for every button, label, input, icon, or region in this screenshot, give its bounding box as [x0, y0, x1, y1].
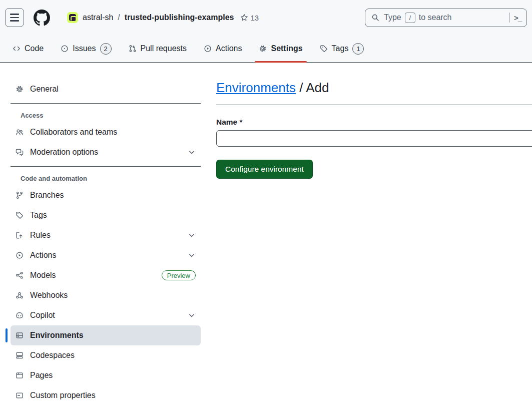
- org-link[interactable]: astral-sh: [83, 13, 113, 22]
- search-divider: [509, 13, 510, 23]
- command-palette-icon[interactable]: >_: [514, 14, 521, 22]
- sidebar-item-moderation-options[interactable]: Moderation options: [11, 142, 201, 162]
- tab-issues[interactable]: Issues 2: [56, 35, 116, 62]
- tab-settings[interactable]: Settings: [254, 35, 307, 62]
- tab-pull-requests[interactable]: Pull requests: [124, 35, 192, 62]
- browser-icon: [16, 371, 24, 379]
- star-count: 13: [251, 14, 259, 22]
- page-title: Environments / Add: [216, 79, 532, 96]
- play-circle-icon: [204, 45, 212, 53]
- sidebar-section-title-code-and-automation: Code and automation: [21, 175, 201, 182]
- tab-code[interactable]: Code: [8, 35, 49, 62]
- breadcrumb-separator: /: [118, 13, 120, 22]
- heading-current: Add: [306, 80, 329, 95]
- chevron-down-icon: [188, 148, 196, 156]
- sidebar-item-collaborators-and-teams[interactable]: Collaborators and teams: [11, 122, 201, 142]
- heading-separator: /: [296, 80, 306, 95]
- sidebar-item-custom-properties[interactable]: Custom properties: [11, 385, 201, 405]
- copilot-icon: [16, 311, 24, 319]
- git-pull-request-icon: [129, 45, 137, 53]
- tags-count-badge: 1: [352, 43, 364, 55]
- search-placeholder: Type / to search: [384, 13, 452, 23]
- comment-discussion-icon: [16, 148, 24, 156]
- git-branch-icon: [16, 191, 24, 199]
- code-icon: [13, 45, 21, 53]
- sidebar-item-actions[interactable]: Actions: [11, 245, 201, 265]
- sidebar-item-models[interactable]: Models Preview: [11, 265, 201, 285]
- subhead-divider: [216, 105, 532, 105]
- sidebar-item-webhooks[interactable]: Webhooks: [11, 285, 201, 305]
- note-icon: [16, 391, 24, 399]
- tag-icon: [16, 211, 24, 219]
- sidebar-item-tags[interactable]: Tags: [11, 205, 201, 225]
- chevron-down-icon: [188, 311, 196, 319]
- play-circle-icon: [16, 251, 24, 259]
- sidebar-item-copilot[interactable]: Copilot: [11, 305, 201, 325]
- required-marker: *: [237, 118, 242, 126]
- repo-nav: Code Issues 2 Pull requests Actions Sett…: [0, 35, 532, 63]
- rules-icon: [16, 231, 24, 239]
- org-avatar[interactable]: [67, 12, 78, 23]
- search-input[interactable]: Type / to search >_: [365, 9, 527, 27]
- environments-icon: [16, 331, 24, 339]
- preview-badge: Preview: [162, 270, 196, 280]
- repo-link[interactable]: trusted-publishing-examples: [125, 13, 234, 22]
- sidebar-item-branches[interactable]: Branches: [11, 185, 201, 205]
- sidebar-item-environments[interactable]: Environments: [11, 325, 201, 345]
- breadcrumb: astral-sh / trusted-publishing-examples …: [67, 12, 259, 23]
- environments-breadcrumb-link[interactable]: Environments: [216, 80, 296, 95]
- star-count-group: 13: [240, 14, 259, 22]
- tab-tags[interactable]: Tags 1: [315, 35, 369, 62]
- app-header: astral-sh / trusted-publishing-examples …: [0, 0, 532, 35]
- sidebar-item-general[interactable]: General: [11, 79, 201, 99]
- environments-add-panel: Environments / Add Name * Configure envi…: [216, 79, 532, 405]
- settings-sidebar: General Access Collaborators and teams M…: [11, 79, 201, 405]
- codespaces-icon: [16, 351, 24, 359]
- search-icon: [371, 14, 379, 22]
- configure-environment-button[interactable]: Configure environment: [216, 160, 313, 179]
- global-menu-button[interactable]: [5, 8, 24, 27]
- slash-key-hint: /: [405, 13, 415, 23]
- issue-opened-icon: [61, 45, 69, 53]
- issues-count-badge: 2: [100, 43, 112, 55]
- tag-icon: [320, 45, 328, 53]
- sidebar-item-rules[interactable]: Rules: [11, 225, 201, 245]
- model-network-icon: [16, 271, 24, 279]
- sidebar-item-pages[interactable]: Pages: [11, 365, 201, 385]
- sidebar-section-title-access: Access: [21, 112, 201, 119]
- sidebar-divider: [11, 166, 201, 167]
- sidebar-item-codespaces[interactable]: Codespaces: [11, 345, 201, 365]
- chevron-down-icon: [188, 231, 196, 239]
- sidebar-divider: [11, 103, 201, 104]
- settings-layout: General Access Collaborators and teams M…: [0, 63, 532, 405]
- star-icon[interactable]: [240, 14, 248, 22]
- github-logo-icon[interactable]: [34, 10, 50, 26]
- gear-icon: [259, 45, 267, 53]
- gear-icon: [16, 85, 24, 93]
- tab-actions[interactable]: Actions: [199, 35, 247, 62]
- name-field-label: Name *: [216, 118, 532, 127]
- environment-name-input[interactable]: [216, 130, 532, 147]
- chevron-down-icon: [188, 251, 196, 259]
- webhook-icon: [16, 291, 24, 299]
- people-icon: [16, 128, 24, 136]
